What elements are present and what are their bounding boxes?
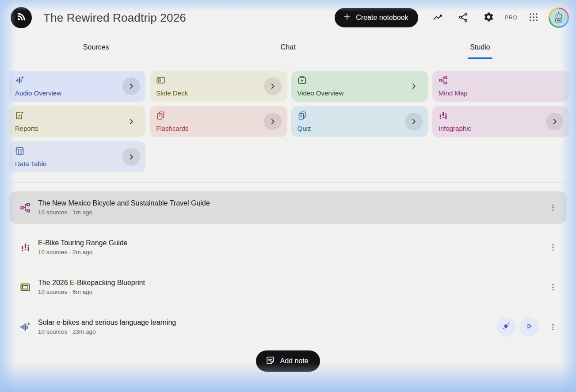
- artifact-row-slide-deck[interactable]: The 2026 E-Bikepacking Blueprint 10 sour…: [9, 271, 567, 303]
- mind-map-icon: [439, 79, 448, 86]
- app-logo[interactable]: [11, 7, 32, 28]
- card-label: Video Overview: [298, 89, 344, 97]
- open-slide-deck-button[interactable]: [264, 77, 282, 95]
- add-note-button[interactable]: Add note: [256, 350, 320, 372]
- infographic-icon: [439, 114, 448, 122]
- tab-studio[interactable]: Studio: [384, 35, 576, 59]
- notebook-title[interactable]: The Rewired Roadtrip 2026: [43, 11, 186, 25]
- waving-hand-icon: [501, 321, 511, 332]
- more-vertical-icon: [549, 323, 557, 331]
- studio-card-flashcards[interactable]: Flashcards: [150, 106, 286, 137]
- more-options-button[interactable]: [544, 199, 562, 217]
- chevron-right-icon: [126, 81, 136, 91]
- card-label: Reports: [15, 125, 38, 132]
- studio-card-video-overview[interactable]: Video Overview: [291, 71, 428, 102]
- open-video-overview-button[interactable]: [405, 77, 423, 95]
- chevron-right-icon: [409, 117, 419, 126]
- reports-icon: [15, 114, 24, 122]
- chevron-right-icon: [126, 152, 136, 162]
- svg-text:?: ?: [300, 114, 302, 118]
- chevron-right-icon: [268, 81, 278, 91]
- artifact-row-audio-overview[interactable]: Solar e-bikes and serious language learn…: [9, 311, 567, 343]
- artifact-title: Solar e-bikes and serious language learn…: [38, 319, 176, 327]
- header-actions: Create notebook: [335, 7, 569, 28]
- chevron-right-icon: [409, 81, 419, 91]
- share-button[interactable]: [453, 7, 474, 28]
- notebooklm-logo-icon: [15, 11, 27, 25]
- studio-card-mind-map[interactable]: Mind Map: [432, 71, 569, 102]
- card-label: Audio Overview: [15, 89, 61, 97]
- notebooklm-app: The Rewired Roadtrip 2026 Create noteboo…: [0, 0, 576, 392]
- chevron-right-icon: [550, 117, 560, 126]
- user-avatar[interactable]: [549, 8, 569, 28]
- card-label: Slide Deck: [156, 89, 188, 97]
- audio-overview-icon: [15, 79, 24, 86]
- card-label: Flashcards: [156, 125, 188, 132]
- artifact-row-mind-map[interactable]: The New Mexico Bicycle and Sustainable T…: [9, 191, 567, 224]
- infographic-icon: [19, 242, 31, 252]
- more-vertical-icon: [549, 243, 557, 252]
- interactive-mode-button[interactable]: [496, 317, 516, 337]
- artifact-title: The 2026 E-Bikepacking Blueprint: [38, 279, 145, 287]
- open-quiz-button[interactable]: [405, 113, 423, 130]
- mind-map-icon: [19, 202, 31, 213]
- tab-chat[interactable]: Chat: [192, 35, 384, 59]
- open-reports-button[interactable]: [122, 113, 140, 130]
- studio-card-infographic[interactable]: Infographic: [432, 106, 569, 137]
- studio-card-data-table[interactable]: Data Table: [9, 141, 145, 172]
- slide-deck-icon: [156, 79, 165, 86]
- gear-icon: [483, 11, 494, 24]
- avatar-robot-image: [550, 9, 568, 27]
- open-audio-overview-button[interactable]: [122, 77, 140, 95]
- analytics-button[interactable]: [427, 7, 448, 28]
- artifact-meta: 10 sources · 23m ago: [38, 328, 176, 335]
- flashcards-icon: [156, 114, 165, 122]
- more-vertical-icon: [549, 283, 557, 292]
- artifact-row-infographic[interactable]: E-Bike Touring Range Guide 10 sources · …: [9, 231, 567, 263]
- open-data-table-button[interactable]: [122, 148, 140, 166]
- more-options-button[interactable]: [544, 318, 562, 336]
- artifact-meta: 10 sources · 1m ago: [38, 209, 210, 216]
- open-infographic-button[interactable]: [546, 113, 564, 130]
- trending-up-icon: [432, 12, 443, 24]
- card-label: Infographic: [439, 125, 471, 132]
- add-note-area: Add note: [0, 350, 576, 372]
- artifact-list: The New Mexico Bicycle and Sustainable T…: [0, 183, 576, 343]
- share-icon: [458, 12, 469, 24]
- create-notebook-button[interactable]: Create notebook: [335, 8, 418, 27]
- header: The Rewired Roadtrip 2026 Create noteboo…: [0, 0, 576, 35]
- chevron-right-icon: [268, 117, 278, 126]
- tab-sources[interactable]: Sources: [0, 35, 192, 59]
- note-icon: [266, 356, 275, 367]
- studio-card-slide-deck[interactable]: Slide Deck: [150, 71, 286, 102]
- card-label: Quiz: [298, 125, 311, 132]
- settings-button[interactable]: [478, 7, 500, 28]
- more-options-button[interactable]: [544, 239, 562, 256]
- data-table-icon: [15, 149, 24, 157]
- active-tab-indicator: [468, 57, 492, 59]
- open-flashcards-button[interactable]: [264, 113, 282, 130]
- chevron-right-icon: [126, 117, 136, 126]
- artifact-meta: 10 sources · 6m ago: [38, 289, 145, 295]
- quiz-icon: ?: [298, 114, 307, 122]
- card-label: Data Table: [15, 160, 46, 167]
- studio-card-quiz[interactable]: ? Quiz: [291, 106, 428, 137]
- more-vertical-icon: [549, 203, 557, 212]
- studio-card-audio-overview[interactable]: Audio Overview: [9, 71, 145, 102]
- audio-overview-icon: [19, 321, 31, 332]
- play-icon: [524, 321, 534, 332]
- artifact-title: E-Bike Touring Range Guide: [38, 239, 128, 247]
- artifact-title: The New Mexico Bicycle and Sustainable T…: [38, 199, 210, 207]
- studio-card-grid: Audio Overview Slide Deck: [0, 59, 576, 172]
- card-label: Mind Map: [439, 89, 468, 97]
- play-button[interactable]: [519, 317, 539, 337]
- pro-badge: PRO: [504, 15, 519, 21]
- artifact-meta: 10 sources · 2m ago: [38, 249, 128, 255]
- more-options-button[interactable]: [544, 278, 562, 296]
- apps-menu-button[interactable]: [523, 7, 544, 28]
- plus-icon: [343, 12, 351, 23]
- apps-grid-icon: [528, 12, 539, 24]
- video-overview-icon: [298, 79, 307, 86]
- slide-deck-icon: [19, 282, 31, 293]
- studio-card-reports[interactable]: Reports: [9, 106, 145, 137]
